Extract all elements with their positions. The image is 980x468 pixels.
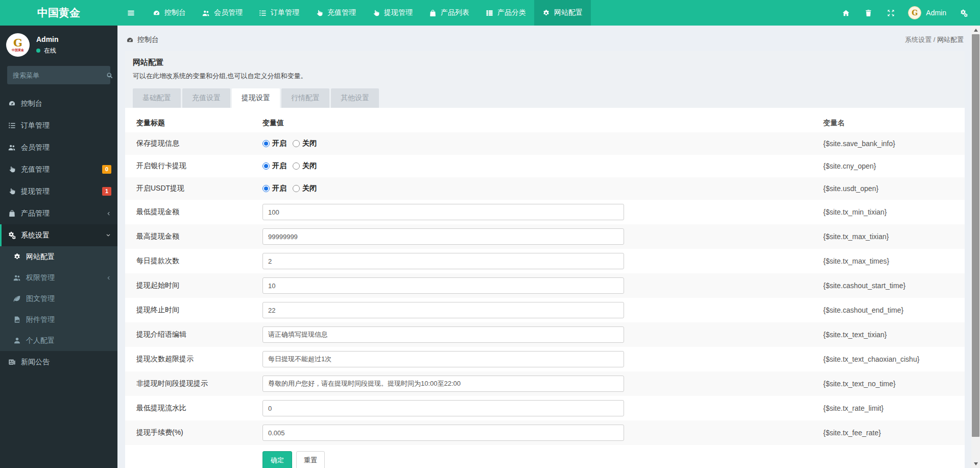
radio-checked-icon[interactable] [262, 140, 270, 147]
radio-option[interactable]: 关闭 [293, 161, 317, 171]
tab-market[interactable]: 行情配置 [281, 88, 329, 108]
sidebar-subitem-attachments[interactable]: 附件管理 [0, 309, 117, 330]
sidebar-menu: 控制台订单管理会员管理充值管理0提现管理1产品管理系统设置网站配置权限管理图文管… [0, 92, 117, 373]
config-input[interactable] [262, 376, 624, 392]
chevron-left-icon [105, 210, 111, 217]
submit-button[interactable]: 确定 [262, 451, 292, 468]
dashboard-icon [126, 36, 134, 44]
hand-icon [372, 9, 380, 17]
config-row: 提现次数超限提示{$site.tx_text_chaoxian_cishu} [125, 347, 965, 371]
sidebar-item-label: 网站配置 [26, 252, 55, 262]
config-input[interactable] [262, 277, 624, 294]
user-menu[interactable]: G Admin [902, 6, 952, 19]
config-value [262, 326, 823, 343]
config-row: 非提现时间段提现提示{$site.tx_text_no_time} [125, 371, 965, 396]
breadcrumb-left[interactable]: 控制台 [126, 35, 159, 44]
config-input[interactable] [262, 228, 624, 245]
sidebar-item-news[interactable]: 新闻公告 [0, 351, 117, 373]
sidebar-toggle-button[interactable] [117, 0, 145, 26]
sidebar-item-label: 系统设置 [21, 231, 50, 240]
topnav-item-product-list[interactable]: 产品列表 [421, 0, 477, 26]
clear-cache-button[interactable] [857, 0, 879, 26]
sidebar-item-label: 充值管理 [21, 165, 50, 174]
sidebar-subitem-permissions[interactable]: 权限管理 [0, 267, 117, 288]
leaf-icon [13, 295, 21, 302]
topnav-item-label: 产品列表 [441, 8, 469, 17]
config-value [262, 351, 823, 367]
topnav-item-dashboard[interactable]: 控制台 [145, 0, 194, 26]
config-input[interactable] [262, 204, 624, 220]
menu-search-box [7, 66, 110, 84]
config-row: 提现终止时间{$site.cashout_end_time} [125, 298, 965, 322]
tab-other[interactable]: 其他设置 [331, 88, 379, 108]
config-input[interactable] [262, 302, 624, 318]
variable-name: {$site.tx_text_chaoxian_cishu} [823, 355, 953, 363]
scroll-up-arrow[interactable] [971, 26, 980, 34]
config-row: 开启银行卡提现开启关闭{$site.cny_open} [125, 155, 965, 177]
topnav-item-site-config[interactable]: 网站配置 [534, 0, 591, 26]
list-icon [8, 122, 16, 129]
sidebar-item-recharge[interactable]: 充值管理0 [0, 158, 117, 180]
radio-checked-icon[interactable] [262, 162, 270, 170]
config-label: 非提现时间段提现提示 [136, 379, 262, 388]
fullscreen-button[interactable] [879, 0, 902, 26]
radio-checked-icon[interactable] [262, 185, 270, 192]
config-row: 提现手续费(%){$site.tx_fee_rate} [125, 420, 965, 445]
radio-unchecked-icon[interactable] [293, 185, 300, 192]
sidebar-item-system-settings[interactable]: 系统设置 [0, 224, 117, 246]
home-button[interactable] [834, 0, 857, 26]
sidebar-item-label: 权限管理 [26, 273, 55, 283]
config-label: 最高提现金额 [136, 232, 262, 241]
config-input[interactable] [262, 425, 624, 441]
topnav-item-product-category[interactable]: 产品分类 [477, 0, 534, 26]
chevron-down-icon [105, 232, 111, 239]
config-input[interactable] [262, 351, 624, 367]
radio-option[interactable]: 关闭 [293, 184, 317, 193]
radio-option[interactable]: 开启 [262, 161, 286, 171]
topnav-item-members[interactable]: 会员管理 [194, 0, 251, 26]
variable-name: {$site.tx_max_tixian} [823, 232, 953, 241]
main-layout: G中国黄金 Admin 在线 控制台订单管理会员管理充值管理0提现管理1产品管理… [0, 0, 980, 468]
sidebar-subitem-profile[interactable]: 个人配置 [0, 330, 117, 351]
config-label: 提现终止时间 [136, 306, 262, 315]
topnav-item-orders[interactable]: 订单管理 [251, 0, 307, 26]
sidebar-subitem-content[interactable]: 图文管理 [0, 288, 117, 309]
search-icon[interactable] [106, 72, 113, 79]
file-image-icon [13, 316, 21, 323]
page-scrollbar[interactable] [971, 26, 980, 468]
sidebar-item-orders[interactable]: 订单管理 [0, 114, 117, 136]
config-input[interactable] [262, 400, 624, 416]
tab-basic[interactable]: 基础配置 [133, 88, 181, 108]
sidebar-subitem-site-config[interactable]: 网站配置 [0, 246, 117, 267]
radio-unchecked-icon[interactable] [293, 140, 300, 147]
tab-recharge[interactable]: 充值设置 [182, 88, 230, 108]
config-input[interactable] [262, 253, 624, 269]
sidebar-item-label: 新闻公告 [21, 358, 50, 367]
form-actions: 确定 重置 [136, 451, 953, 468]
radio-option[interactable]: 开启 [262, 184, 286, 193]
sidebar-item-label: 产品管理 [21, 209, 50, 218]
scroll-down-arrow[interactable] [971, 459, 980, 468]
chevron-left-icon [105, 275, 111, 281]
radio-option[interactable]: 关闭 [293, 139, 317, 148]
config-input[interactable] [262, 326, 624, 343]
topnav-item-withdraw[interactable]: 提现管理 [364, 0, 421, 26]
settings-button[interactable] [952, 0, 975, 26]
topnav-item-recharge[interactable]: 充值管理 [307, 0, 364, 26]
sidebar-item-dashboard[interactable]: 控制台 [0, 92, 117, 114]
sidebar-item-label: 控制台 [21, 99, 42, 108]
radio-option[interactable]: 开启 [262, 139, 286, 148]
sidebar-item-withdraw[interactable]: 提现管理1 [0, 180, 117, 202]
config-value [262, 425, 823, 441]
reset-button[interactable]: 重置 [296, 451, 325, 468]
topnav-item-label: 产品分类 [497, 8, 526, 17]
tab-withdraw[interactable]: 提现设置 [232, 88, 280, 108]
sidebar-item-members[interactable]: 会员管理 [0, 136, 117, 158]
panel-header: 网站配置 可以在此增改系统的变量和分组,也可以自定义分组和变量。 基础配置充值设… [125, 51, 965, 108]
scroll-thumb[interactable] [972, 34, 979, 437]
radio-unchecked-icon[interactable] [293, 162, 300, 170]
sidebar-item-products[interactable]: 产品管理 [0, 202, 117, 224]
topbar-right: G Admin [834, 0, 980, 26]
menu-search-input[interactable] [13, 72, 103, 79]
breadcrumb-parent[interactable]: 系统设置 [905, 36, 931, 43]
